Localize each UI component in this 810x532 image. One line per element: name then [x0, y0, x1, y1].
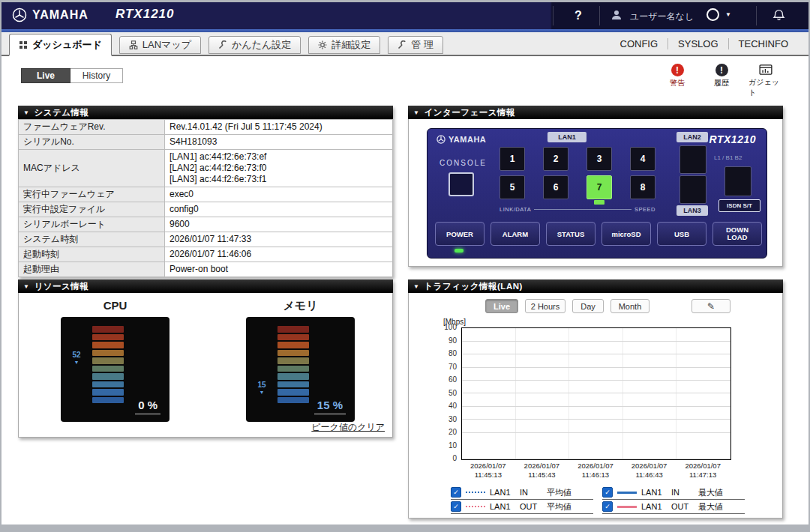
checkbox-checked-icon[interactable]: [602, 501, 613, 512]
series-line-sample: [617, 492, 637, 494]
y-tick: 100: [419, 324, 457, 330]
app-window: YAMAHA RTX1210 ? ユーザー名なし ▼ ダッ: [0, 0, 810, 532]
clear-peak-link[interactable]: ピーク値のクリア: [311, 421, 385, 434]
isdn-led-label: L1 / B1 B2: [714, 154, 742, 161]
legend-iface: LAN1: [641, 502, 667, 511]
legend-stat: 平均値: [547, 487, 580, 498]
peak-arrow-icon: ▼: [67, 359, 86, 366]
tab-management[interactable]: 管 理: [388, 36, 443, 54]
power-button-label: POWER: [435, 222, 484, 246]
header-divider: [553, 6, 554, 25]
memory-gauge: 15 ▼ 15 %: [246, 317, 355, 422]
history-tool[interactable]: ! 履歴: [704, 64, 739, 98]
x-tick: 2026/01/0711:45:13: [461, 462, 515, 480]
alert-tool[interactable]: ! 警告: [660, 64, 694, 98]
table-row: システム時刻 2026/01/07 11:47:33: [19, 232, 393, 247]
help-button[interactable]: ?: [568, 7, 588, 25]
panel-header[interactable]: ▼ インターフェース情報: [408, 106, 783, 119]
checkbox-checked-icon[interactable]: [602, 487, 613, 498]
memory-usage-value: 15 %: [314, 399, 346, 414]
device-button-row: POWER ALARM STATUS microSD USB DOWN LOAD: [435, 222, 762, 246]
yamaha-logo-icon: [12, 7, 27, 22]
cpu-peak-marker: 52 ▼: [67, 351, 86, 366]
row-value: 2026/01/07 11:46:06: [165, 247, 393, 262]
panel-header[interactable]: ▼ リソース情報: [18, 279, 393, 293]
row-label: システム時刻: [19, 232, 165, 247]
row-label: 実行中ファームウェア: [19, 187, 165, 202]
lan1-port-1[interactable]: 1: [500, 147, 525, 171]
collapse-triangle-icon: ▼: [413, 283, 419, 290]
gadget-label: ガジェット: [748, 77, 783, 98]
gadget-tool[interactable]: ガジェット: [748, 64, 783, 98]
interface-panel-body: YAMAHA RTX1210 CONSOLE LAN1 1 2 3 4 5 6 …: [408, 119, 783, 267]
lan1-port-4[interactable]: 4: [630, 147, 656, 171]
lan-map-icon: [129, 40, 138, 49]
row-label: MACアドレス: [19, 150, 165, 187]
panel-header[interactable]: ▼ トラフィック情報(LAN): [408, 279, 783, 293]
alert-icon: !: [671, 64, 684, 76]
tab-easy-setup[interactable]: かんたん設定: [208, 36, 301, 54]
header-divider: [756, 6, 757, 25]
traffic-tab-live[interactable]: Live: [485, 299, 518, 313]
resource-info-panel: ▼ リソース情報 CPU メモリ 52 ▼ 0 %: [18, 279, 393, 438]
legend-item-in-avg: LAN1 IN 平均値: [451, 486, 593, 500]
panel-header[interactable]: ▼ システム情報: [18, 106, 393, 119]
tab-detail-settings[interactable]: 詳細設定: [308, 36, 380, 54]
link-techinfo[interactable]: TECHINFO: [728, 38, 798, 49]
row-label: 起動時刻: [19, 247, 165, 262]
table-row: 実行中設定ファイル config0: [19, 202, 393, 217]
row-label: 実行中設定ファイル: [19, 202, 165, 217]
legend-item-out-max: LAN1 OUT 最大値: [602, 500, 745, 514]
table-row: シリアルNo. S4H181093: [19, 135, 393, 150]
cpu-usage-value: 0 %: [135, 399, 160, 414]
legend-iface: LAN1: [490, 502, 515, 511]
row-label: シリアルボーレート: [19, 217, 165, 232]
traffic-tab-month[interactable]: Month: [610, 299, 650, 313]
y-tick: 20: [419, 429, 457, 435]
lan1-badge: LAN1: [548, 132, 586, 142]
yamaha-logo-icon: [436, 135, 446, 144]
lan2-port[interactable]: [680, 145, 706, 174]
y-tick: 40: [419, 403, 457, 409]
x-tick: 2026/01/0711:46:43: [622, 462, 676, 480]
mac-line: [LAN2] ac:44:f2:6e:73:f0: [170, 163, 388, 174]
device-brand-name: YAMAHA: [448, 135, 486, 144]
dashboard-tools: ! 警告 ! 履歴 ガジェット: [660, 64, 783, 98]
lan1-port-7-active[interactable]: 7: [586, 175, 612, 199]
lan3-port[interactable]: [680, 175, 706, 204]
history-button[interactable]: History: [70, 68, 123, 83]
lan1-port-2[interactable]: 2: [543, 147, 568, 171]
row-value: exec0: [165, 187, 393, 202]
lan1-port-6[interactable]: 6: [543, 175, 568, 199]
tab-dashboard[interactable]: ダッシュボード: [9, 34, 112, 56]
edit-pencil-button[interactable]: ✎: [692, 299, 730, 313]
row-value: config0: [165, 202, 393, 217]
legend-iface: LAN1: [490, 488, 515, 497]
row-value: [LAN1] ac:44:f2:6e:73:ef [LAN2] ac:44:f2…: [165, 150, 393, 187]
traffic-tab-day[interactable]: Day: [572, 299, 604, 313]
header-divider: [599, 6, 600, 25]
top-navbar: YAMAHA RTX1210 ? ユーザー名なし ▼: [2, 2, 808, 29]
user-dropdown[interactable]: ▼: [706, 8, 731, 21]
row-value: 2026/01/07 11:47:33: [165, 232, 393, 247]
live-button[interactable]: Live: [21, 68, 70, 83]
interface-info-panel: ▼ インターフェース情報 YAMAHA RTX1210 CONSOLE LAN1…: [408, 106, 783, 267]
lan1-port-5[interactable]: 5: [500, 175, 525, 199]
chevron-down-icon: ▼: [725, 11, 731, 18]
lan1-port-3[interactable]: 3: [586, 147, 612, 171]
isdn-port[interactable]: [724, 166, 752, 196]
link-syslog[interactable]: SYSLOG: [668, 38, 728, 49]
traffic-tab-2hours[interactable]: 2 Hours: [525, 299, 566, 313]
divider-line: [534, 209, 632, 210]
user-name: ユーザー名なし: [630, 10, 694, 23]
x-tick: 2026/01/0711:46:13: [568, 462, 622, 480]
lan1-port-8[interactable]: 8: [630, 175, 656, 199]
checkbox-checked-icon[interactable]: [451, 501, 461, 512]
microsd-button-label: microSD: [602, 222, 651, 246]
tab-lan-map[interactable]: LANマップ: [119, 36, 201, 54]
link-config[interactable]: CONFIG: [610, 38, 668, 49]
checkbox-checked-icon[interactable]: [451, 487, 461, 498]
legend-stat: 最大値: [698, 501, 731, 513]
notification-bell-icon[interactable]: [772, 8, 785, 22]
legend-stat: 最大値: [698, 487, 731, 498]
